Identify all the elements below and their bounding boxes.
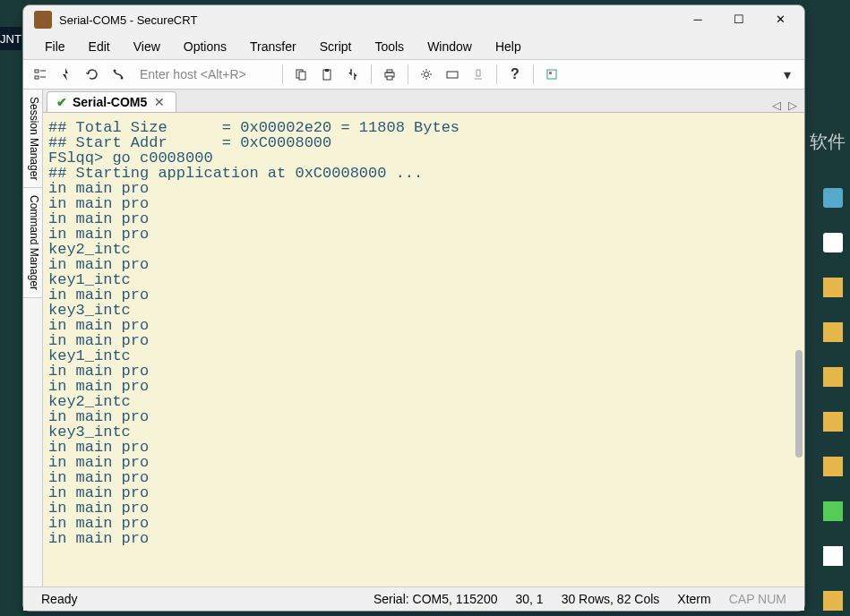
app-window: Serial-COM5 - SecureCRT ─ ☐ ✕ File Edit … (22, 4, 805, 612)
svg-point-13 (425, 73, 429, 77)
settings-button[interactable] (415, 63, 438, 86)
toolbar: Enter host <Alt+R> ? ▾ (23, 59, 804, 90)
copy-button[interactable] (289, 63, 313, 86)
connect-in-tab-button[interactable] (107, 63, 130, 86)
session-manager-button[interactable] (29, 63, 52, 86)
svg-rect-14 (447, 72, 458, 78)
menu-tools[interactable]: Tools (364, 36, 415, 57)
toolbar-separator (533, 64, 534, 84)
session-tab[interactable]: ✔ Serial-COM5 ✕ (47, 91, 176, 112)
statusbar: Ready Serial: COM5, 115200 30, 1 30 Rows… (23, 587, 804, 611)
menu-window[interactable]: Window (416, 36, 483, 57)
svg-rect-21 (549, 72, 552, 74)
toolbar-separator (496, 64, 497, 84)
help-button[interactable]: ? (503, 63, 527, 86)
print-button[interactable] (378, 63, 401, 86)
menu-view[interactable]: View (123, 36, 171, 57)
status-ready: Ready (32, 592, 86, 606)
rail-session-manager[interactable]: Session Manager (23, 90, 42, 188)
status-caps-num: CAP NUM (720, 592, 795, 606)
tab-prev-button[interactable]: ◁ (768, 98, 785, 112)
check-icon: ✔ (56, 95, 67, 109)
menu-transfer[interactable]: Transfer (239, 36, 307, 57)
keyboard-button[interactable] (441, 63, 464, 86)
menu-help[interactable]: Help (485, 36, 532, 57)
status-cursor: 30, 1 (506, 592, 552, 606)
menu-file[interactable]: File (34, 36, 76, 57)
tab-label: Serial-COM5 (73, 95, 147, 109)
toolbar-overflow-button[interactable]: ▾ (776, 63, 799, 86)
terminal-output[interactable]: ## Total Size = 0x00002e20 = 11808 Bytes… (43, 113, 804, 586)
reconnect-button[interactable] (81, 63, 104, 86)
svg-rect-18 (477, 70, 480, 76)
minimize-button[interactable]: ─ (677, 6, 718, 33)
toolbar-separator (371, 64, 372, 84)
svg-rect-9 (325, 69, 329, 72)
svg-rect-0 (35, 70, 39, 73)
find-button[interactable] (341, 63, 365, 86)
titlebar[interactable]: Serial-COM5 - SecureCRT ─ ☐ ✕ (23, 5, 804, 34)
bg-fragment-left: JNT (0, 27, 21, 50)
bg-desktop-icons (823, 188, 843, 616)
toolbar-separator (282, 64, 283, 84)
svg-rect-1 (35, 76, 39, 79)
left-rail: Session Manager Command Manager (23, 90, 43, 586)
rail-command-manager[interactable]: Command Manager (23, 188, 42, 298)
svg-point-4 (114, 70, 116, 73)
menu-options[interactable]: Options (173, 36, 237, 57)
menubar: File Edit View Options Transfer Script T… (23, 34, 804, 59)
bg-text-right: 软件 (810, 130, 846, 154)
svg-point-5 (121, 77, 124, 80)
script-button[interactable] (540, 63, 563, 86)
main-area: ✔ Serial-COM5 ✕ ◁ ▷ ## Total Size = 0x00… (43, 90, 804, 586)
tab-next-button[interactable]: ▷ (785, 98, 801, 112)
status-connection: Serial: COM5, 115200 (365, 592, 507, 606)
close-button[interactable]: ✕ (760, 6, 801, 33)
status-size: 30 Rows, 82 Cols (553, 592, 669, 606)
toolbar-separator (408, 64, 408, 84)
window-title: Serial-COM5 - SecureCRT (59, 13, 677, 27)
svg-rect-7 (299, 72, 305, 80)
paste-button[interactable] (315, 63, 339, 86)
menu-script[interactable]: Script (309, 36, 363, 57)
status-emulation: Xterm (668, 592, 719, 606)
menu-edit[interactable]: Edit (78, 36, 121, 57)
svg-rect-12 (387, 76, 392, 80)
scrollbar-thumb[interactable] (795, 350, 803, 458)
host-entry-input[interactable]: Enter host <Alt+R> (133, 67, 276, 81)
tab-close-button[interactable]: ✕ (152, 95, 167, 109)
tab-row: ✔ Serial-COM5 ✕ ◁ ▷ (43, 90, 804, 113)
toggle-button[interactable] (467, 63, 490, 86)
svg-rect-11 (387, 70, 392, 73)
maximize-button[interactable]: ☐ (718, 6, 760, 33)
body-area: Session Manager Command Manager ✔ Serial… (23, 90, 804, 587)
app-icon (34, 11, 52, 29)
quick-connect-button[interactable] (55, 63, 78, 86)
